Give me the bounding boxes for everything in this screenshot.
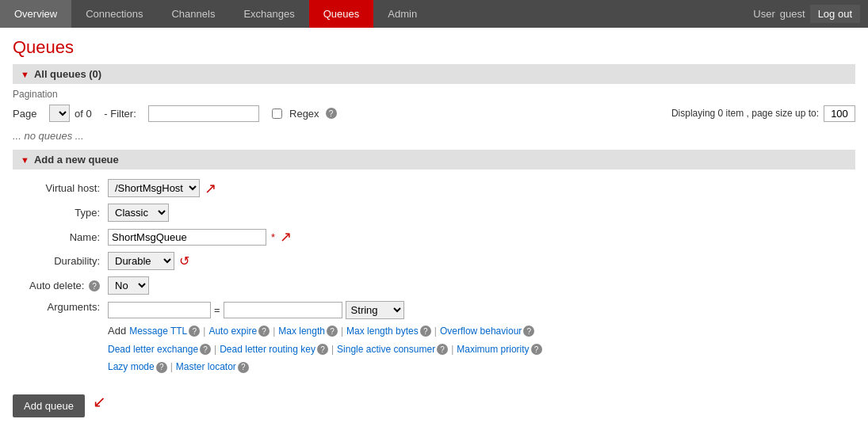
add-queue-header-label: Add a new queue: [34, 154, 119, 166]
auto-expire-help-icon[interactable]: ?: [258, 326, 270, 337]
ql-master-locator[interactable]: Master locator: [176, 359, 236, 375]
ql-dead-letter-exchange[interactable]: Dead letter exchange: [108, 341, 198, 357]
name-input[interactable]: ShortMsgQueue: [108, 229, 266, 246]
add-queue-section-header[interactable]: ▼ Add a new queue: [13, 150, 855, 169]
ql-lazy-mode[interactable]: Lazy mode: [108, 359, 155, 375]
ql-dead-letter-routing-key[interactable]: Dead letter routing key: [220, 341, 315, 357]
ql-single-active-consumer[interactable]: Single active consumer: [337, 341, 435, 357]
pagination-label: Pagination: [13, 89, 855, 100]
top-nav: Overview Connections Channels Exchanges …: [0, 0, 868, 28]
single-active-consumer-help-icon[interactable]: ?: [437, 344, 448, 355]
required-marker: *: [271, 231, 275, 243]
virtual-host-select[interactable]: /ShortMsgHost /: [108, 179, 200, 197]
nav-channels[interactable]: Channels: [157, 0, 229, 28]
all-queues-arrow-icon: ▼: [21, 70, 29, 79]
argument-type-select[interactable]: String Number Boolean: [346, 301, 404, 319]
regex-label: Regex: [289, 108, 319, 120]
argument-key-input[interactable]: [108, 302, 211, 318]
filter-input[interactable]: [148, 105, 259, 122]
max-length-help-icon[interactable]: ?: [327, 326, 338, 337]
dead-letter-routing-key-help-icon[interactable]: ?: [317, 344, 328, 355]
ql-message-ttl[interactable]: Message TTL: [129, 323, 187, 339]
message-ttl-help-icon[interactable]: ?: [189, 326, 200, 337]
page-select[interactable]: [49, 105, 70, 122]
no-queues-message: ... no queues ...: [13, 130, 855, 142]
virtual-host-label: Virtual host:: [13, 182, 108, 194]
add-queue-form: Virtual host: /ShortMsgHost / ↗ Type: Cl…: [13, 176, 855, 387]
page-size-input[interactable]: 100: [824, 105, 855, 122]
ql-overflow-behaviour[interactable]: Overflow behaviour: [440, 323, 522, 339]
ql-maximum-priority[interactable]: Maximum priority: [457, 341, 529, 357]
auto-delete-select[interactable]: No Yes: [108, 276, 149, 295]
add-queue-section: ▼ Add a new queue Virtual host: /ShortMs…: [13, 150, 855, 417]
nav-queues[interactable]: Queues: [309, 0, 374, 28]
sep6: |: [331, 341, 334, 357]
nav-exchanges[interactable]: Exchanges: [229, 0, 308, 28]
regex-checkbox[interactable]: [272, 109, 282, 119]
name-label: Name:: [13, 231, 108, 243]
lazy-mode-help-icon[interactable]: ?: [156, 362, 167, 373]
durability-select[interactable]: Durable Transient: [108, 252, 174, 270]
quick-links-line2: Dead letter exchange ? | Dead letter rou…: [108, 341, 542, 357]
sep1: |: [203, 323, 205, 339]
add-queue-button[interactable]: Add queue: [13, 394, 85, 417]
add-argument-label: Add: [108, 322, 126, 340]
sep7: |: [451, 341, 453, 357]
equals-sign: =: [214, 304, 220, 316]
durability-label: Durability:: [13, 255, 108, 267]
auto-delete-control: No Yes: [108, 276, 149, 295]
logout-button[interactable]: Log out: [810, 5, 860, 23]
all-queues-section-header[interactable]: ▼ All queues (0): [13, 64, 855, 84]
username-label: guest: [780, 8, 805, 20]
durability-row: Durability: Durable Transient ↺: [13, 252, 855, 270]
durability-arrow-annotation: ↺: [179, 253, 189, 269]
ql-auto-expire[interactable]: Auto expire: [208, 323, 257, 339]
submit-arrow-annotation: ↙: [93, 392, 106, 411]
pagination-right: Displaying 0 item , page size up to: 100: [671, 105, 855, 122]
type-select[interactable]: Classic Quorum: [108, 204, 169, 222]
max-length-bytes-help-icon[interactable]: ?: [420, 326, 431, 337]
sep2: |: [273, 323, 275, 339]
type-control: Classic Quorum: [108, 204, 169, 222]
sep5: |: [214, 341, 216, 357]
filter-label: - Filter:: [104, 108, 136, 120]
regex-help-icon[interactable]: ?: [326, 108, 337, 119]
virtual-host-row: Virtual host: /ShortMsgHost / ↗: [13, 179, 855, 197]
dead-letter-exchange-help-icon[interactable]: ?: [200, 344, 211, 355]
arguments-inputs: = String Number Boolean: [108, 301, 542, 319]
master-locator-help-icon[interactable]: ?: [238, 362, 249, 373]
sep4: |: [434, 323, 437, 339]
type-row: Type: Classic Quorum: [13, 204, 855, 222]
displaying-text: Displaying 0 item , page size up to:: [671, 108, 819, 119]
overflow-behaviour-help-icon[interactable]: ?: [523, 326, 534, 337]
virtual-host-control: /ShortMsgHost / ↗: [108, 179, 216, 197]
of-label: of 0: [75, 108, 92, 120]
nav-user-area: User guest Log out: [753, 5, 868, 23]
quick-links-line3: Lazy mode ? | Master locator ?: [108, 359, 542, 375]
quick-links-line1: Add Message TTL ? | Auto expire ? | Max …: [108, 322, 542, 340]
auto-delete-row: Auto delete: ? No Yes: [13, 276, 855, 295]
maximum-priority-help-icon[interactable]: ?: [531, 344, 542, 355]
add-queue-arrow-icon: ▼: [21, 155, 29, 165]
pagination-row: Page of 0 - Filter: Regex ? Displaying 0…: [13, 105, 855, 122]
durability-control: Durable Transient ↺: [108, 252, 189, 270]
sep8: |: [170, 359, 173, 375]
type-label: Type:: [13, 207, 108, 219]
ql-max-length[interactable]: Max length: [278, 323, 325, 339]
submit-row: Add queue ↙: [13, 387, 855, 417]
nav-connections[interactable]: Connections: [71, 0, 157, 28]
arguments-section: = String Number Boolean Add Message TTL …: [108, 301, 542, 377]
arguments-row: Arguments: = String Number Boolean: [13, 301, 855, 377]
nav-admin[interactable]: Admin: [373, 0, 431, 28]
page-label: Page: [13, 108, 36, 120]
auto-delete-help-icon[interactable]: ?: [89, 280, 100, 291]
page-title: Queues: [13, 37, 855, 58]
arguments-label: Arguments:: [13, 301, 108, 313]
nav-overview[interactable]: Overview: [0, 0, 71, 28]
page-content: Queues ▼ All queues (0) Pagination Page …: [0, 28, 868, 427]
auto-delete-label: Auto delete: ?: [13, 280, 108, 292]
argument-value-input[interactable]: [224, 302, 342, 318]
sep3: |: [341, 323, 343, 339]
ql-max-length-bytes[interactable]: Max length bytes: [346, 323, 419, 339]
name-arrow-annotation: ↗: [280, 228, 292, 246]
